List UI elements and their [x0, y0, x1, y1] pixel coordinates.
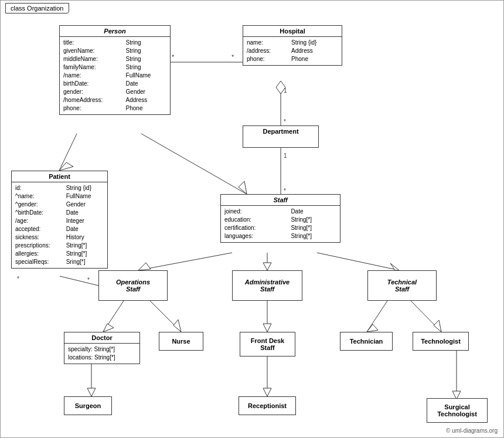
- svg-marker-13: [239, 181, 247, 194]
- hospital-title: Hospital: [243, 26, 342, 37]
- hospital-body: name:String {id} /address:Address phone:…: [243, 37, 342, 65]
- svg-marker-30: [367, 324, 378, 332]
- technician-title: Technician: [340, 336, 392, 347]
- surgical-technologist-title: SurgicalTechnologist: [427, 402, 487, 419]
- person-box: Person title:String givenName:String mid…: [59, 25, 171, 115]
- svg-text:*: *: [87, 277, 90, 283]
- receptionist-box: Receptionist: [239, 396, 296, 415]
- staff-body: joined:Date education:String[*] certific…: [221, 206, 340, 242]
- svg-line-21: [317, 253, 399, 270]
- svg-marker-32: [434, 320, 441, 332]
- staff-title: Staff: [221, 195, 340, 206]
- administrative-staff-box: AdministrativeStaff: [232, 270, 302, 301]
- doctor-body: specialty: String[*] locations: String[*…: [64, 344, 139, 364]
- svg-text:1: 1: [284, 87, 287, 94]
- person-title: Person: [60, 26, 170, 37]
- technician-box: Technician: [340, 332, 393, 351]
- diagram-title: class Organization: [5, 3, 69, 13]
- surgeon-title: Surgeon: [64, 400, 111, 411]
- svg-marker-36: [263, 388, 271, 396]
- svg-line-23: [103, 301, 124, 332]
- operations-staff-box: OperationsStaff: [98, 270, 168, 301]
- svg-line-10: [59, 134, 77, 171]
- svg-text:1: 1: [284, 152, 287, 159]
- svg-marker-11: [59, 162, 73, 171]
- svg-marker-20: [263, 263, 271, 270]
- svg-text:*: *: [284, 118, 286, 125]
- svg-text:*: *: [17, 276, 19, 282]
- svg-marker-26: [173, 320, 181, 332]
- patient-box: Patient id:String {id} ^name:FullName ^g…: [11, 171, 108, 269]
- nurse-title: Nurse: [159, 336, 203, 347]
- operations-staff-title: OperationsStaff: [99, 277, 167, 294]
- patient-body: id:String {id} ^name:FullName ^gender:Ge…: [12, 182, 107, 268]
- person-body: title:String givenName:String middleName…: [60, 37, 170, 114]
- department-box: Department: [243, 125, 319, 148]
- technologist-title: Technologist: [413, 336, 468, 347]
- diagram-container: class Organization * * 1 * 1 * * *: [0, 0, 504, 438]
- receptionist-title: Receptionist: [239, 400, 295, 411]
- department-title: Department: [243, 126, 318, 137]
- svg-line-29: [367, 301, 387, 332]
- administrative-staff-title: AdministrativeStaff: [233, 277, 302, 294]
- surgical-technologist-box: SurgicalTechnologist: [427, 398, 488, 423]
- hospital-box: Hospital name:String {id} /address:Addre…: [243, 25, 342, 66]
- doctor-box: Doctor specialty: String[*] locations: S…: [64, 332, 140, 364]
- patient-title: Patient: [12, 171, 107, 182]
- front-desk-staff-title: Front DeskStaff: [240, 336, 295, 352]
- svg-line-25: [150, 301, 181, 332]
- nurse-box: Nurse: [159, 332, 203, 351]
- svg-line-15: [60, 276, 98, 286]
- technical-staff-box: TechnicalStaff: [367, 270, 437, 301]
- svg-line-17: [138, 253, 232, 270]
- svg-marker-34: [87, 388, 96, 396]
- staff-box: Staff joined:Date education:String[*] ce…: [220, 194, 340, 243]
- svg-text:*: *: [284, 188, 286, 194]
- svg-marker-22: [390, 263, 399, 270]
- svg-marker-4: [276, 81, 285, 94]
- doctor-title: Doctor: [64, 332, 139, 344]
- technologist-box: Technologist: [413, 332, 469, 351]
- front-desk-staff-box: Front DeskStaff: [240, 332, 295, 356]
- copyright: © uml-diagrams.org: [446, 427, 498, 434]
- svg-marker-28: [263, 324, 271, 332]
- svg-text:*: *: [172, 53, 175, 60]
- svg-line-12: [141, 134, 247, 194]
- technical-staff-title: TechnicalStaff: [368, 277, 436, 294]
- svg-text:*: *: [231, 53, 234, 60]
- svg-marker-18: [138, 263, 151, 270]
- svg-marker-24: [103, 324, 114, 332]
- svg-line-31: [411, 301, 441, 332]
- surgeon-box: Surgeon: [64, 396, 112, 415]
